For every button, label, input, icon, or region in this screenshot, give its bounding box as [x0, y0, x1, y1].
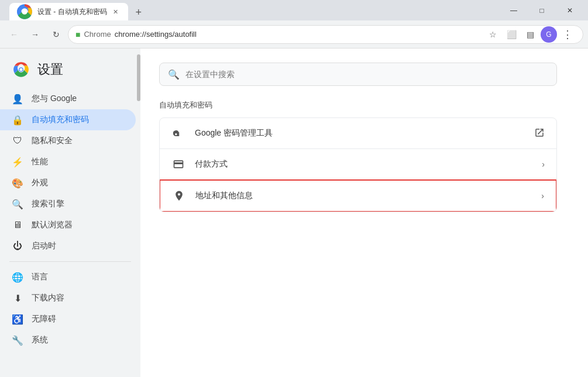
sidebar-item-download[interactable]: ⬇ 下载内容 [0, 288, 136, 309]
tab-favicon [15, 2, 34, 21]
settings-row-payment[interactable]: 付款方式 › [160, 149, 556, 180]
sidebar-label-browser: 默认浏览器 [32, 220, 73, 230]
location-icon [172, 189, 186, 203]
settings-header: 设置 [0, 53, 140, 88]
sidebar-label-google: 您与 Google [32, 94, 77, 104]
settings-search-input[interactable] [185, 70, 548, 79]
sidebar-item-system[interactable]: 🔧 系统 [0, 330, 136, 351]
search-icon: 🔍 [12, 198, 23, 210]
sidebar-label-startup: 启动时 [32, 241, 56, 251]
language-icon: 🌐 [12, 271, 23, 283]
sidebar: 设置 👤 您与 Google 🔒 自动填充和密码 🛡 隐私和安全 ⚡ 性能 🎨 … [0, 49, 140, 377]
sidebar-button[interactable]: ▤ [522, 26, 538, 43]
sidebar-item-performance[interactable]: ⚡ 性能 [0, 151, 136, 172]
tab-close-button[interactable]: ✕ [111, 6, 121, 17]
sidebar-label-search: 搜索引擎 [32, 199, 64, 209]
forward-button[interactable]: → [26, 25, 44, 44]
titlebar: 设置 - 自动填充和密码 ✕ + — □ ✕ [0, 0, 588, 20]
url-right-actions: ☆ ⬜ ▤ G ⋮ [484, 26, 576, 43]
sidebar-divider [9, 261, 131, 262]
password-manager-label: Google 密码管理工具 [195, 128, 525, 139]
url-text: chrome://settings/autofill [115, 30, 197, 39]
chrome-logo-icon [12, 60, 30, 79]
security-icon: ■ [75, 30, 80, 39]
sidebar-item-appearance[interactable]: 🎨 外观 [0, 172, 136, 193]
sidebar-item-autofill[interactable]: 🔒 自动填充和密码 [0, 109, 136, 130]
sidebar-label-language: 语言 [32, 272, 48, 282]
sidebar-scroll-thumb [137, 54, 140, 101]
settings-title: 设置 [37, 61, 63, 78]
sidebar-item-startup[interactable]: ⏻ 启动时 [0, 236, 136, 257]
sidebar-label-system: 系统 [32, 335, 48, 345]
power-icon: ⏻ [12, 240, 23, 252]
url-bar[interactable]: ■ Chrome chrome://settings/autofill ☆ ⬜ … [68, 25, 583, 44]
sidebar-label-accessibility: 无障碍 [32, 314, 56, 324]
credit-card-icon [171, 157, 185, 171]
settings-card: Google 密码管理工具 付款方式 › [159, 117, 557, 212]
system-icon: 🔧 [12, 334, 23, 346]
browser-icon: 🖥 [12, 219, 23, 231]
sidebar-label-performance: 性能 [32, 157, 48, 167]
sidebar-item-browser[interactable]: 🖥 默认浏览器 [0, 215, 136, 236]
sidebar-item-google[interactable]: 👤 您与 Google [0, 88, 136, 109]
key-icon [171, 126, 185, 140]
addressbar: ← → ↻ ■ Chrome chrome://settings/autofil… [0, 20, 588, 49]
sidebar-item-language[interactable]: 🌐 语言 [0, 267, 136, 288]
bookmark-button[interactable]: ☆ [484, 26, 501, 43]
sidebar-item-privacy[interactable]: 🛡 隐私和安全 [0, 130, 136, 151]
close-button[interactable]: ✕ [556, 0, 583, 20]
palette-icon: 🎨 [12, 177, 23, 189]
address-arrow-icon: › [541, 191, 544, 200]
sidebar-label-autofill: 自动填充和密码 [32, 115, 89, 125]
download-icon: ⬇ [12, 292, 23, 304]
svg-point-6 [19, 68, 22, 71]
accessibility-icon: ♿ [12, 313, 23, 325]
active-tab[interactable]: 设置 - 自动填充和密码 ✕ [9, 3, 128, 20]
extension-button[interactable]: ⬜ [503, 26, 520, 43]
sidebar-label-privacy: 隐私和安全 [32, 136, 73, 146]
settings-row-password[interactable]: Google 密码管理工具 [160, 118, 556, 149]
profile-avatar[interactable]: G [541, 26, 557, 43]
sidebar-label-download: 下载内容 [32, 293, 64, 303]
person-icon: 👤 [12, 93, 23, 105]
main-area: 设置 👤 您与 Google 🔒 自动填充和密码 🛡 隐私和安全 ⚡ 性能 🎨 … [0, 49, 588, 377]
sidebar-scrollbar[interactable] [137, 49, 140, 377]
shield-icon: 🛡 [12, 135, 23, 147]
refresh-button[interactable]: ↻ [47, 25, 66, 44]
maximize-button[interactable]: □ [528, 0, 555, 20]
settings-search-bar[interactable]: 🔍 [159, 63, 557, 86]
section-title: 自动填充和密码 [159, 100, 569, 110]
payment-arrow-icon: › [542, 160, 545, 169]
back-button[interactable]: ← [5, 25, 23, 44]
sidebar-label-appearance: 外观 [32, 178, 48, 188]
new-tab-button[interactable]: + [130, 4, 147, 20]
external-link-icon [534, 127, 545, 140]
address-label: 地址和其他信息 [195, 191, 532, 201]
payment-label: 付款方式 [195, 159, 532, 170]
search-bar-icon: 🔍 [168, 69, 180, 80]
tab-strip: 设置 - 自动填充和密码 ✕ + [9, 0, 498, 20]
menu-button[interactable]: ⋮ [559, 26, 576, 43]
settings-content: 🔍 自动填充和密码 Google 密码管理工具 [140, 49, 588, 377]
chrome-label: Chrome [84, 30, 111, 39]
tab-title: 设置 - 自动填充和密码 [37, 7, 107, 17]
settings-row-address[interactable]: 地址和其他信息 › [159, 179, 557, 212]
minimize-button[interactable]: — [500, 0, 527, 20]
sidebar-item-search[interactable]: 🔍 搜索引擎 [0, 193, 136, 215]
svg-point-2 [22, 9, 27, 15]
autofill-icon: 🔒 [12, 114, 23, 126]
sidebar-item-accessibility[interactable]: ♿ 无障碍 [0, 309, 136, 330]
speed-icon: ⚡ [12, 156, 23, 168]
window-controls: — □ ✕ [500, 0, 583, 20]
